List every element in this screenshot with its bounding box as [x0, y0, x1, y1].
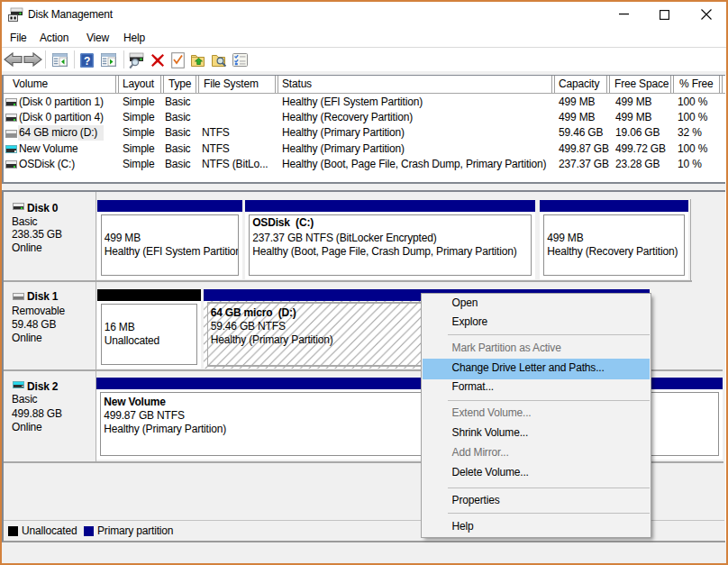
- svg-text:?: ?: [84, 55, 90, 68]
